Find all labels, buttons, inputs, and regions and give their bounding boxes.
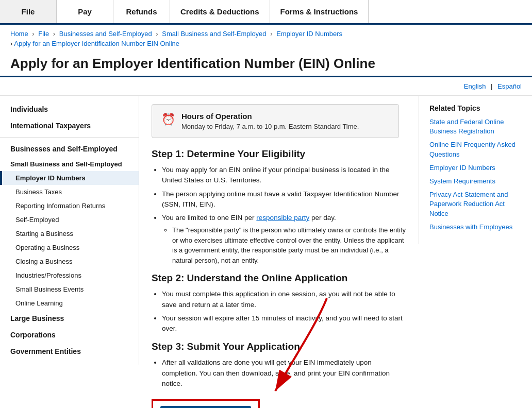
breadcrumb: Home › File › Businesses and Self-Employ…	[0, 25, 532, 40]
hours-text: Monday to Friday, 7 a.m. to 10 p.m. East…	[181, 123, 359, 130]
related-item-5[interactable]: Businesses with Employees	[429, 223, 524, 232]
sidebar-item-13[interactable]: Online Learning	[0, 296, 139, 310]
apply-online-button[interactable]: Apply Online Now	[160, 406, 251, 408]
hours-box: ⏰ Hours of Operation Monday to Friday, 7…	[152, 104, 399, 138]
related-item-2[interactable]: Employer ID Numbers	[429, 163, 524, 173]
sidebar-item-7[interactable]: Self-Employed	[0, 213, 139, 227]
breadcrumb-sep: ›	[30, 30, 37, 38]
step-bullets-1: You must complete this application in on…	[152, 289, 406, 334]
sidebar-item-active-4[interactable]: Employer ID Numbers	[0, 171, 139, 185]
hours-title: Hours of Operation	[181, 112, 359, 121]
related-item-1[interactable]: Online EIN Frequently Asked Questions	[429, 140, 524, 159]
right-sidebar: Related TopicsState and Federal Online B…	[419, 96, 532, 408]
breadcrumb-item-0[interactable]: Home	[10, 30, 28, 38]
breadcrumb-sep: ›	[154, 30, 160, 38]
responsible-party-link[interactable]: responsible party	[256, 214, 309, 222]
breadcrumb-item-4[interactable]: Employer ID Numbers	[276, 30, 342, 38]
steps-container: Step 1: Determine Your EligibilityYou ma…	[152, 148, 406, 389]
nav-item-refunds[interactable]: Refunds	[113, 0, 170, 23]
nav-item-forms[interactable]: Forms & Instructions	[270, 0, 369, 23]
bullet-item-2-0: After all validations are done you will …	[162, 358, 406, 389]
step-bullets-2: After all validations are done you will …	[152, 358, 406, 389]
page-title: Apply for an Employer Identification Num…	[0, 52, 532, 77]
bullet-item-0-0: You may apply for an EIN online if your …	[162, 165, 406, 186]
breadcrumb-line2: › Apply for an Employer Identification N…	[0, 40, 532, 52]
sidebar-section-16[interactable]: Government Entities	[0, 343, 139, 360]
breadcrumb-item-2[interactable]: Businesses and Self-Employed	[59, 30, 152, 38]
sidebar-section-active-2[interactable]: Businesses and Self-Employed	[0, 141, 139, 157]
sidebar-item-5[interactable]: Business Taxes	[0, 185, 139, 199]
apply-section: Apply Online Now	[152, 396, 260, 408]
related-list: State and Federal Online Business Regist…	[429, 117, 524, 232]
language-bar: English | Español	[0, 77, 532, 96]
breadcrumb-item-1[interactable]: File	[38, 30, 49, 38]
sub-bullet-item: The "responsible party" is the person wh…	[172, 225, 406, 265]
sidebar: IndividualsInternational TaxpayersBusine…	[0, 96, 139, 408]
top-nav: FilePayRefundsCredits & DeductionsForms …	[0, 0, 532, 25]
english-link[interactable]: English	[464, 82, 486, 90]
espanol-link[interactable]: Español	[497, 82, 522, 90]
bullet-item-1-0: You must complete this application in on…	[162, 289, 406, 310]
sidebar-item-12[interactable]: Small Business Events	[0, 282, 139, 296]
nav-item-file[interactable]: File	[0, 0, 57, 23]
sidebar-item-9[interactable]: Operating a Business	[0, 241, 139, 254]
bullet-item-1-1: Your session will expire after 15 minute…	[162, 313, 406, 334]
sidebar-section-1[interactable]: International Taxpayers	[0, 117, 139, 134]
related-item-4[interactable]: Privacy Act Statement and Paperwork Redu…	[429, 190, 524, 218]
sidebar-item-8[interactable]: Starting a Business	[0, 227, 139, 241]
breadcrumb-sep: ›	[269, 30, 275, 38]
nav-item-pay[interactable]: Pay	[57, 0, 113, 23]
sidebar-section-14[interactable]: Large Business	[0, 310, 139, 327]
breadcrumb-last[interactable]: Apply for an Employer Identification Num…	[14, 40, 179, 47]
step-title-0: Step 1: Determine Your Eligibility	[152, 148, 406, 160]
breadcrumb-sep: ›	[51, 30, 57, 38]
apply-button-container: Apply Online Now	[152, 399, 260, 408]
step-title-1: Step 2: Understand the Online Applicatio…	[152, 273, 406, 284]
related-item-3[interactable]: System Requirements	[429, 177, 524, 186]
sidebar-item-6[interactable]: Reporting Information Returns	[0, 199, 139, 213]
sidebar-item-11[interactable]: Industries/Professions	[0, 268, 139, 282]
clock-icon: ⏰	[161, 113, 175, 126]
related-item-0[interactable]: State and Federal Online Business Regist…	[429, 117, 524, 136]
step-title-2: Step 3: Submit Your Application	[152, 341, 406, 352]
bullet-item-0-2: You are limited to one EIN per responsib…	[162, 213, 406, 265]
step-bullets-0: You may apply for an EIN online if your …	[152, 165, 406, 265]
bullet-item-0-1: The person applying online must have a v…	[162, 189, 406, 210]
breadcrumb-item-3[interactable]: Small Business and Self-Employed	[162, 30, 266, 38]
main-content: ⏰ Hours of Operation Monday to Friday, 7…	[139, 96, 419, 408]
nav-item-credits[interactable]: Credits & Deductions	[170, 0, 270, 23]
sidebar-section-15[interactable]: Corporations	[0, 327, 139, 343]
lang-separator: |	[491, 82, 492, 90]
sidebar-subsection-3[interactable]: Small Business and Self-Employed	[0, 157, 139, 171]
sidebar-section-0[interactable]: Individuals	[0, 101, 139, 117]
sub-bullet-0: The "responsible party" is the person wh…	[162, 225, 406, 265]
sidebar-item-10[interactable]: Closing a Business	[0, 254, 139, 268]
related-topics-title: Related Topics	[429, 104, 524, 112]
